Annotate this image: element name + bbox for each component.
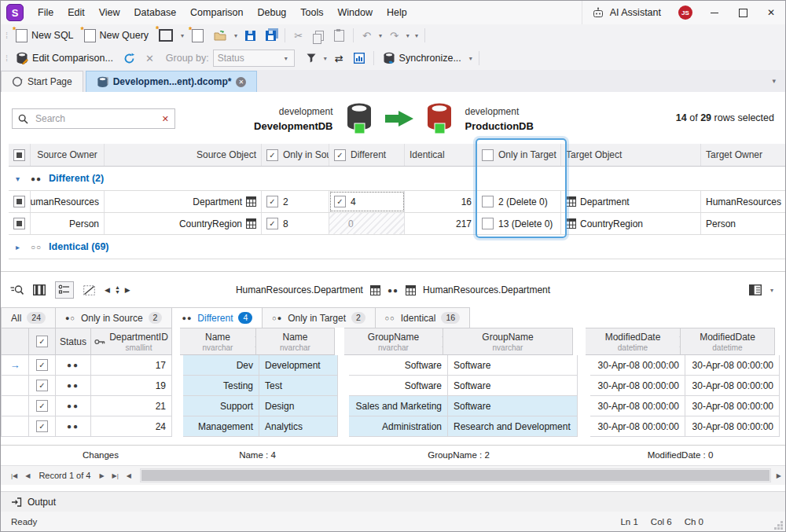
target-owner-cell[interactable]: Person [701, 213, 785, 234]
clear-search-icon[interactable]: ✕ [162, 114, 169, 124]
select-all-checkbox[interactable] [9, 144, 31, 166]
synchronize-dropdown-icon[interactable]: ▾ [467, 55, 475, 62]
synchronize-button[interactable]: Synchronize... [378, 50, 466, 67]
row-checkbox[interactable] [9, 213, 31, 234]
identical-cell[interactable]: 16 [405, 191, 477, 212]
name-source-cell[interactable]: Testing [183, 376, 259, 396]
target-object-cell[interactable]: CountryRegion [561, 213, 701, 234]
cell-checkbox[interactable] [266, 196, 278, 207]
last-record-button[interactable]: ▶| [108, 472, 123, 479]
ignore-columns-button[interactable] [83, 285, 95, 295]
select-all-records-checkbox[interactable] [29, 328, 56, 355]
cell-checkbox[interactable] [266, 218, 278, 229]
name-source-cell[interactable]: Dev [183, 355, 259, 376]
cell-checkbox[interactable] [334, 196, 346, 207]
cut-button[interactable]: ✂ [289, 28, 307, 44]
menu-tools[interactable]: Tools [293, 1, 330, 24]
col-only-in-target[interactable]: Only in Target [477, 144, 561, 166]
record-checkbox[interactable] [29, 355, 56, 376]
group-row-different[interactable]: ▾ ●● Different (2) [9, 167, 785, 191]
first-record-button[interactable]: |◀ [7, 472, 21, 479]
menu-edit[interactable]: Edit [61, 1, 92, 24]
expand-chevron-icon[interactable]: ▸ [16, 243, 24, 251]
col-name-source[interactable]: Namenvarchar [180, 328, 256, 355]
groupname-target-cell[interactable]: Software [448, 355, 578, 376]
name-source-cell[interactable]: Management [183, 416, 259, 437]
col-name-target[interactable]: Namenvarchar [256, 328, 335, 355]
filter-button[interactable] [302, 51, 321, 65]
col-different[interactable]: Different [329, 144, 405, 166]
name-target-cell[interactable]: Development [259, 355, 338, 376]
menu-file[interactable]: File [31, 1, 61, 24]
card-view-icon[interactable] [749, 284, 762, 295]
only-in-source-checkbox[interactable] [266, 149, 278, 161]
table-row[interactable]: HumanResources Department 2 4 16 2 (Dele… [9, 191, 785, 213]
collapse-chevron-icon[interactable]: ▾ [16, 174, 24, 183]
comparison-report-button[interactable] [349, 50, 369, 66]
maximize-button[interactable] [729, 1, 757, 24]
target-owner-cell[interactable]: HumanResources [701, 191, 785, 212]
open-file-button[interactable] [209, 28, 231, 43]
source-object-cell[interactable]: CountryRegion [105, 213, 262, 234]
modifieddate-source-cell[interactable]: 30-Apr-08 00:00:00 [590, 355, 685, 376]
cell-checkbox[interactable] [482, 196, 494, 207]
undo-dropdown-icon[interactable]: ▾ [376, 32, 384, 39]
groupname-source-cell[interactable]: Administration [349, 416, 448, 437]
tab-only-in-source[interactable]: ●○ Only in Source 2 [56, 307, 172, 328]
departmentid-cell[interactable]: 19 [91, 376, 172, 396]
more-dropdown-icon[interactable]: ▾ [413, 32, 421, 39]
modifieddate-target-cell[interactable]: 30-Apr-08 00:00:00 [685, 396, 780, 416]
open-file-dropdown-icon[interactable]: ▾ [232, 32, 240, 39]
record-spinner[interactable]: ▲▼ [115, 285, 120, 295]
only-in-target-checkbox[interactable] [482, 149, 494, 161]
group-row-identical[interactable]: ▸ ○○ Identical (69) [9, 235, 785, 259]
only-in-target-cell[interactable]: 2 (Delete 0) [477, 191, 561, 212]
col-source-owner[interactable]: Source Owner [31, 144, 105, 166]
next-difference-button[interactable]: ▶ [125, 286, 130, 294]
tab-different[interactable]: ●● Different 4 [172, 307, 263, 328]
scroll-right-button[interactable]: ▶ [773, 472, 785, 479]
undo-button[interactable]: ↶ [358, 28, 376, 44]
new-window-dropdown-icon[interactable]: ▾ [178, 32, 186, 39]
search-input[interactable] [34, 112, 156, 125]
tab-list-dropdown-icon[interactable]: ▾ [772, 77, 785, 85]
modifieddate-source-cell[interactable]: 30-Apr-08 00:00:00 [590, 376, 685, 396]
departmentid-cell[interactable]: 17 [91, 355, 172, 376]
menu-database[interactable]: Database [127, 1, 184, 24]
modifieddate-target-cell[interactable]: 30-Apr-08 00:00:00 [685, 355, 780, 376]
col-groupname-source[interactable]: GroupNamenvarchar [344, 328, 443, 355]
identical-cell[interactable]: 217 [405, 213, 477, 234]
col-source-object[interactable]: Source Object [105, 144, 262, 166]
menu-debug[interactable]: Debug [250, 1, 293, 24]
menu-view[interactable]: View [92, 1, 127, 24]
cell-checkbox[interactable] [482, 218, 494, 229]
source-object-cell[interactable]: Department [105, 191, 262, 212]
ai-assistant-button[interactable]: AI Assistant [582, 1, 670, 24]
col-identical[interactable]: Identical [405, 144, 477, 166]
name-target-cell[interactable]: Design [259, 396, 338, 416]
paste-button[interactable] [329, 28, 349, 44]
col-modifieddate-target[interactable]: ModifiedDatedatetime [681, 328, 775, 355]
close-button[interactable]: ✕ [757, 1, 785, 24]
modifieddate-target-cell[interactable]: 30-Apr-08 00:00:00 [685, 416, 780, 437]
redo-button[interactable]: ↷ [385, 28, 403, 44]
record-row[interactable]: ●● 24 Management Analytics Administratio… [1, 416, 785, 437]
col-modifieddate-source[interactable]: ModifiedDatedatetime [586, 328, 681, 355]
new-sql-button[interactable]: * New SQL [11, 27, 79, 45]
only-in-source-cell[interactable]: 8 [262, 213, 329, 234]
menu-help[interactable]: Help [380, 1, 414, 24]
target-object-cell[interactable]: Department [561, 191, 701, 212]
save-button[interactable] [241, 28, 260, 43]
table-row[interactable]: Person CountryRegion 8 0 217 13 (Delete … [9, 213, 785, 235]
refresh-button[interactable] [119, 50, 140, 67]
source-owner-cell[interactable]: Person [31, 213, 105, 234]
only-in-source-cell[interactable]: 2 [262, 191, 329, 212]
new-window-button[interactable]: * [154, 27, 178, 44]
groupname-target-cell[interactable]: Software [448, 396, 578, 416]
only-in-target-cell[interactable]: 13 (Delete 0) [477, 213, 561, 234]
departmentid-cell[interactable]: 21 [91, 396, 172, 416]
groupname-source-cell[interactable]: Software [349, 376, 448, 396]
groupname-source-cell[interactable]: Sales and Marketing [349, 396, 448, 416]
new-query-button[interactable]: * New Query [79, 27, 154, 45]
view-dropdown-icon[interactable]: ▾ [768, 287, 776, 294]
